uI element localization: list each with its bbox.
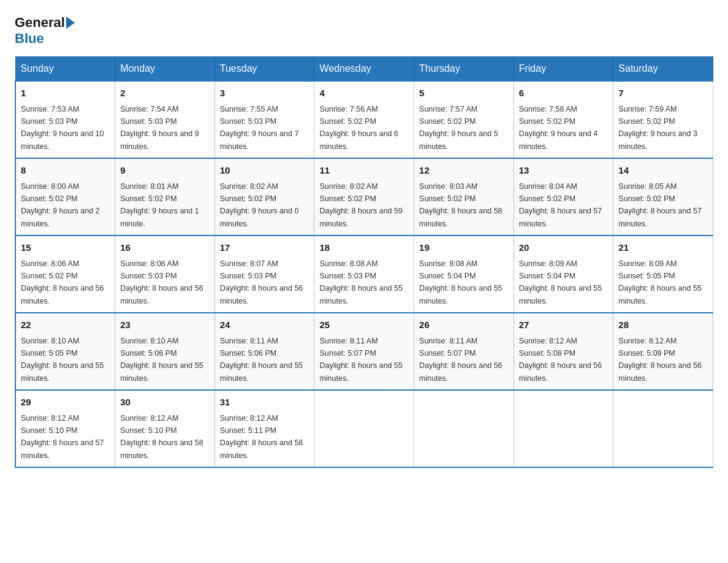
calendar-week-2: 8 Sunrise: 8:00 AMSunset: 5:02 PMDayligh… (15, 158, 713, 236)
day-number: 18 (319, 241, 409, 255)
calendar-cell: 6 Sunrise: 7:58 AMSunset: 5:02 PMDayligh… (514, 81, 613, 158)
day-info: Sunrise: 8:06 AMSunset: 5:02 PMDaylight:… (21, 259, 104, 305)
day-number: 3 (220, 86, 309, 101)
day-info: Sunrise: 8:12 AMSunset: 5:10 PMDaylight:… (21, 414, 104, 460)
calendar-week-1: 1 Sunrise: 7:53 AMSunset: 5:03 PMDayligh… (15, 81, 713, 158)
day-info: Sunrise: 8:06 AMSunset: 5:03 PMDaylight:… (120, 259, 203, 305)
calendar-cell: 2 Sunrise: 7:54 AMSunset: 5:03 PMDayligh… (115, 81, 215, 158)
day-info: Sunrise: 8:01 AMSunset: 5:02 PMDaylight:… (120, 182, 199, 228)
day-info: Sunrise: 7:55 AMSunset: 5:03 PMDaylight:… (220, 105, 299, 151)
calendar-cell: 3 Sunrise: 7:55 AMSunset: 5:03 PMDayligh… (214, 81, 314, 158)
day-number: 5 (419, 86, 509, 101)
day-number: 9 (120, 164, 210, 178)
day-number: 2 (120, 86, 210, 101)
day-info: Sunrise: 8:12 AMSunset: 5:10 PMDaylight:… (120, 414, 203, 460)
day-number: 14 (618, 164, 708, 178)
header-day-wednesday: Wednesday (314, 57, 414, 82)
day-info: Sunrise: 8:07 AMSunset: 5:03 PMDaylight:… (220, 259, 303, 305)
header-day-saturday: Saturday (613, 57, 713, 82)
day-number: 16 (120, 241, 210, 255)
calendar-table: SundayMondayTuesdayWednesdayThursdayFrid… (15, 56, 713, 468)
logo: General Blue (15, 15, 76, 47)
calendar-cell: 27 Sunrise: 8:12 AMSunset: 5:08 PMDaylig… (514, 313, 613, 390)
header-day-friday: Friday (514, 57, 613, 82)
day-number: 17 (220, 241, 309, 255)
calendar-cell (414, 390, 514, 467)
day-number: 19 (419, 241, 509, 255)
day-number: 1 (21, 86, 110, 101)
day-info: Sunrise: 8:00 AMSunset: 5:02 PMDaylight:… (21, 182, 100, 228)
day-info: Sunrise: 8:11 AMSunset: 5:07 PMDaylight:… (319, 337, 403, 383)
day-number: 20 (519, 241, 609, 255)
day-number: 26 (419, 318, 509, 332)
day-info: Sunrise: 8:08 AMSunset: 5:04 PMDaylight:… (419, 259, 502, 305)
calendar-cell: 9 Sunrise: 8:01 AMSunset: 5:02 PMDayligh… (115, 158, 215, 236)
calendar-cell: 19 Sunrise: 8:08 AMSunset: 5:04 PMDaylig… (414, 236, 514, 313)
calendar-header: SundayMondayTuesdayWednesdayThursdayFrid… (15, 57, 713, 82)
day-info: Sunrise: 8:05 AMSunset: 5:02 PMDaylight:… (618, 182, 702, 228)
calendar-cell: 14 Sunrise: 8:05 AMSunset: 5:02 PMDaylig… (613, 158, 713, 236)
day-info: Sunrise: 8:12 AMSunset: 5:09 PMDaylight:… (618, 337, 702, 383)
day-number: 10 (220, 164, 309, 178)
logo-arrow-icon (66, 17, 75, 29)
day-info: Sunrise: 8:02 AMSunset: 5:02 PMDaylight:… (319, 182, 403, 228)
day-number: 29 (21, 396, 110, 410)
calendar-cell: 30 Sunrise: 8:12 AMSunset: 5:10 PMDaylig… (115, 390, 215, 467)
logo-general-text: General (15, 15, 65, 31)
calendar-cell: 5 Sunrise: 7:57 AMSunset: 5:02 PMDayligh… (414, 81, 514, 158)
calendar-week-4: 22 Sunrise: 8:10 AMSunset: 5:05 PMDaylig… (15, 313, 713, 390)
header-day-tuesday: Tuesday (214, 57, 314, 82)
calendar-body: 1 Sunrise: 7:53 AMSunset: 5:03 PMDayligh… (15, 81, 713, 467)
calendar-cell: 8 Sunrise: 8:00 AMSunset: 5:02 PMDayligh… (15, 158, 115, 236)
calendar-cell: 4 Sunrise: 7:56 AMSunset: 5:02 PMDayligh… (314, 81, 414, 158)
calendar-cell (514, 390, 613, 467)
day-info: Sunrise: 8:10 AMSunset: 5:06 PMDaylight:… (120, 337, 203, 383)
day-number: 28 (618, 318, 708, 332)
calendar-cell: 20 Sunrise: 8:09 AMSunset: 5:04 PMDaylig… (514, 236, 613, 313)
calendar-cell: 17 Sunrise: 8:07 AMSunset: 5:03 PMDaylig… (214, 236, 314, 313)
calendar-cell: 25 Sunrise: 8:11 AMSunset: 5:07 PMDaylig… (314, 313, 414, 390)
day-info: Sunrise: 8:09 AMSunset: 5:05 PMDaylight:… (618, 259, 702, 305)
header-day-thursday: Thursday (414, 57, 514, 82)
calendar-cell: 15 Sunrise: 8:06 AMSunset: 5:02 PMDaylig… (15, 236, 115, 313)
calendar-cell (314, 390, 414, 467)
header-row: SundayMondayTuesdayWednesdayThursdayFrid… (15, 57, 713, 82)
day-info: Sunrise: 7:54 AMSunset: 5:03 PMDaylight:… (120, 105, 199, 151)
page-header: General Blue (15, 15, 713, 47)
calendar-cell: 12 Sunrise: 8:03 AMSunset: 5:02 PMDaylig… (414, 158, 514, 236)
day-number: 6 (519, 86, 609, 101)
calendar-cell: 18 Sunrise: 8:08 AMSunset: 5:03 PMDaylig… (314, 236, 414, 313)
calendar-cell: 16 Sunrise: 8:06 AMSunset: 5:03 PMDaylig… (115, 236, 215, 313)
day-info: Sunrise: 8:04 AMSunset: 5:02 PMDaylight:… (519, 182, 602, 228)
calendar-cell: 11 Sunrise: 8:02 AMSunset: 5:02 PMDaylig… (314, 158, 414, 236)
day-info: Sunrise: 8:11 AMSunset: 5:06 PMDaylight:… (220, 337, 303, 383)
day-info: Sunrise: 7:57 AMSunset: 5:02 PMDaylight:… (419, 105, 498, 151)
day-number: 23 (120, 318, 210, 332)
day-number: 8 (21, 164, 110, 178)
calendar-cell: 13 Sunrise: 8:04 AMSunset: 5:02 PMDaylig… (514, 158, 613, 236)
day-info: Sunrise: 8:02 AMSunset: 5:02 PMDaylight:… (220, 182, 299, 228)
day-number: 21 (618, 241, 708, 255)
calendar-cell: 31 Sunrise: 8:12 AMSunset: 5:11 PMDaylig… (214, 390, 314, 467)
day-info: Sunrise: 7:59 AMSunset: 5:02 PMDaylight:… (618, 105, 697, 151)
calendar-cell: 22 Sunrise: 8:10 AMSunset: 5:05 PMDaylig… (15, 313, 115, 390)
day-number: 12 (419, 164, 509, 178)
day-info: Sunrise: 7:58 AMSunset: 5:02 PMDaylight:… (519, 105, 598, 151)
day-number: 31 (220, 396, 309, 410)
day-number: 27 (519, 318, 609, 332)
day-info: Sunrise: 7:56 AMSunset: 5:02 PMDaylight:… (319, 105, 398, 151)
calendar-week-3: 15 Sunrise: 8:06 AMSunset: 5:02 PMDaylig… (15, 236, 713, 313)
day-number: 11 (319, 164, 409, 178)
calendar-week-5: 29 Sunrise: 8:12 AMSunset: 5:10 PMDaylig… (15, 390, 713, 467)
day-number: 24 (220, 318, 309, 332)
calendar-cell: 7 Sunrise: 7:59 AMSunset: 5:02 PMDayligh… (613, 81, 713, 158)
calendar-cell: 10 Sunrise: 8:02 AMSunset: 5:02 PMDaylig… (214, 158, 314, 236)
day-info: Sunrise: 7:53 AMSunset: 5:03 PMDaylight:… (21, 105, 104, 151)
day-info: Sunrise: 8:10 AMSunset: 5:05 PMDaylight:… (21, 337, 104, 383)
calendar-cell: 28 Sunrise: 8:12 AMSunset: 5:09 PMDaylig… (613, 313, 713, 390)
day-info: Sunrise: 8:11 AMSunset: 5:07 PMDaylight:… (419, 337, 502, 383)
calendar-cell: 24 Sunrise: 8:11 AMSunset: 5:06 PMDaylig… (214, 313, 314, 390)
day-info: Sunrise: 8:12 AMSunset: 5:11 PMDaylight:… (220, 414, 303, 460)
calendar-cell: 1 Sunrise: 7:53 AMSunset: 5:03 PMDayligh… (15, 81, 115, 158)
day-number: 30 (120, 396, 210, 410)
